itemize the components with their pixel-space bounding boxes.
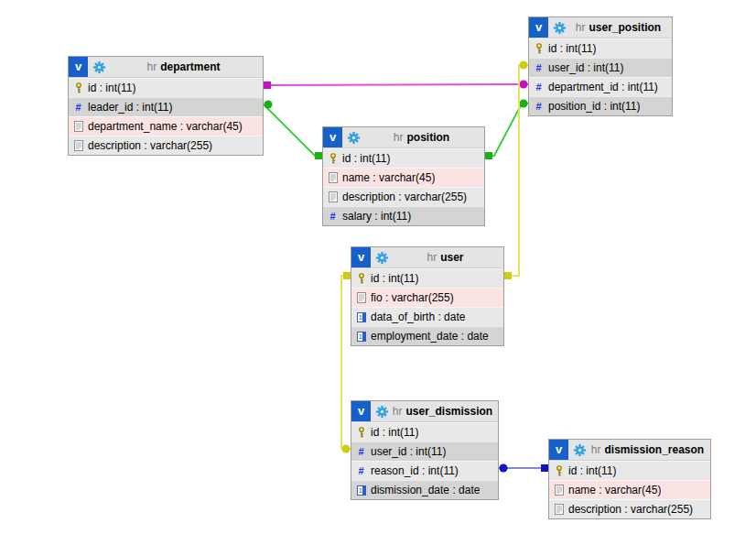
relation-user_dismission.reason_id-to-dismission_reason.id	[499, 464, 548, 473]
column-label: id : int(11)	[568, 464, 616, 477]
column-row-id[interactable]: id : int(11)	[351, 422, 498, 441]
relation-foreign-key-end	[520, 61, 528, 70]
primary-key-icon	[533, 43, 545, 55]
column-label: id : int(11)	[371, 426, 418, 439]
table-user_position[interactable]: vhruser_positionid : int(11)#user_id : i…	[528, 16, 673, 116]
svg-text:1: 1	[358, 332, 362, 341]
view-badge[interactable]: v	[351, 247, 371, 267]
view-badge[interactable]: v	[351, 401, 371, 421]
primary-key-icon	[355, 273, 367, 285]
column-row-user_id[interactable]: #user_id : int(11)	[529, 58, 672, 77]
table-header[interactable]: vhrdepartment	[69, 57, 263, 78]
table-name-label: dismission_reason	[604, 443, 704, 456]
table-header[interactable]: vhruser_position	[529, 17, 672, 38]
column-row-user_id[interactable]: #user_id : int(11)	[351, 441, 498, 461]
column-row-id[interactable]: id : int(11)	[69, 78, 263, 97]
column-label: data_of_birth : date	[371, 311, 465, 323]
column-label: description : varchar(255)	[88, 139, 212, 152]
column-label: description : varchar(255)	[568, 503, 693, 516]
text-field-icon	[327, 191, 339, 202]
table-title: hrposition	[361, 131, 484, 144]
column-label: position_id : int(11)	[548, 100, 641, 113]
gear-icon[interactable]	[92, 60, 106, 74]
relation-foreign-key-end	[520, 100, 528, 108]
column-label: id : int(11)	[548, 42, 596, 55]
relation-referenced-end	[264, 82, 271, 89]
table-dismission_reason[interactable]: vhrdismission_reasonid : int(11)name : v…	[548, 439, 711, 519]
column-row-leader_id[interactable]: #leader_id : int(11)	[69, 97, 263, 116]
column-label: user_id : int(11)	[548, 61, 623, 74]
text-field-icon	[72, 121, 84, 132]
designer-canvas: vhrdepartmentid : int(11)#leader_id : in…	[0, 0, 756, 545]
relation-referenced-end	[343, 272, 351, 279]
column-row-description[interactable]: description : varchar(255)	[69, 136, 263, 155]
index-icon: #	[72, 103, 84, 113]
column-label: name : varchar(45)	[342, 171, 435, 184]
relation-user_dismission.user_id-to-user.id	[341, 272, 351, 453]
index-icon: #	[533, 102, 545, 112]
column-row-department_id[interactable]: #department_id : int(11)	[529, 77, 672, 96]
column-label: reason_id : int(11)	[371, 464, 459, 477]
primary-key-icon	[355, 427, 367, 439]
view-badge[interactable]: v	[323, 127, 342, 147]
schema-label: hr	[146, 60, 157, 73]
table-title: hruser_dismission	[389, 405, 498, 418]
table-user_dismission[interactable]: vhruser_dismissionid : int(11)#user_id :…	[351, 400, 499, 500]
index-icon: #	[355, 466, 367, 476]
gear-icon[interactable]	[347, 131, 361, 145]
svg-text:1: 1	[358, 486, 362, 495]
relation-foreign-key-end	[265, 101, 273, 109]
column-row-dismission_date[interactable]: 1dismission_date : date	[351, 480, 498, 499]
column-label: salary : int(11)	[342, 210, 411, 223]
column-row-reason_id[interactable]: #reason_id : int(11)	[351, 461, 498, 480]
table-position[interactable]: vhrpositionid : int(11)name : varchar(45…	[322, 126, 485, 226]
table-header[interactable]: vhruser	[351, 247, 503, 268]
column-label: fio : varchar(255)	[371, 291, 454, 304]
index-icon: #	[533, 63, 545, 73]
gear-icon[interactable]	[573, 443, 587, 457]
column-label: leader_id : int(11)	[88, 101, 173, 114]
gear-icon[interactable]	[375, 251, 389, 265]
column-row-id[interactable]: id : int(11)	[529, 38, 672, 58]
view-badge[interactable]: v	[69, 57, 88, 77]
relation-referenced-end	[485, 152, 492, 159]
view-badge[interactable]: v	[549, 440, 568, 460]
schema-label: hr	[576, 21, 586, 34]
column-row-data_of_birth[interactable]: 1data_of_birth : date	[351, 307, 503, 326]
column-row-description[interactable]: description : varchar(255)	[323, 187, 484, 206]
gear-icon[interactable]	[375, 405, 389, 419]
column-label: id : int(11)	[342, 152, 390, 165]
column-row-department_name[interactable]: department_name : varchar(45)	[69, 116, 263, 136]
column-row-id[interactable]: id : int(11)	[549, 461, 710, 480]
text-field-icon	[355, 292, 367, 303]
table-title: hruser	[389, 251, 503, 264]
table-header[interactable]: vhrposition	[323, 127, 484, 148]
column-label: dismission_date : date	[371, 484, 480, 496]
table-name-label: user_dismission	[405, 405, 492, 418]
date-icon: 1	[355, 485, 367, 496]
column-row-id[interactable]: id : int(11)	[323, 148, 484, 168]
table-header[interactable]: vhruser_dismission	[351, 401, 498, 422]
column-label: id : int(11)	[371, 272, 418, 285]
gear-icon[interactable]	[553, 21, 567, 35]
column-row-description[interactable]: description : varchar(255)	[549, 499, 710, 518]
view-badge[interactable]: v	[529, 17, 548, 38]
column-row-position_id[interactable]: #position_id : int(11)	[529, 96, 672, 115]
table-header[interactable]: vhrdismission_reason	[549, 440, 710, 461]
column-row-fio[interactable]: fio : varchar(255)	[351, 288, 503, 307]
relation-user_position.position_id-to-position.id	[485, 100, 528, 160]
schema-label: hr	[427, 251, 437, 264]
index-icon: #	[355, 447, 367, 457]
column-row-id[interactable]: id : int(11)	[351, 268, 503, 288]
relation-user_position.department_id-to-department.id	[264, 81, 528, 90]
column-row-salary[interactable]: #salary : int(11)	[323, 206, 484, 225]
table-user[interactable]: vhruserid : int(11)fio : varchar(255)1da…	[351, 246, 504, 346]
text-field-icon	[327, 172, 339, 183]
column-row-name[interactable]: name : varchar(45)	[549, 480, 710, 499]
column-row-name[interactable]: name : varchar(45)	[323, 168, 484, 187]
date-icon: 1	[355, 312, 367, 322]
column-row-employment_date[interactable]: 1employment_date : date	[351, 326, 503, 345]
relation-foreign-key-end	[342, 445, 351, 453]
table-department[interactable]: vhrdepartmentid : int(11)#leader_id : in…	[68, 56, 264, 156]
column-label: name : varchar(45)	[568, 484, 661, 496]
